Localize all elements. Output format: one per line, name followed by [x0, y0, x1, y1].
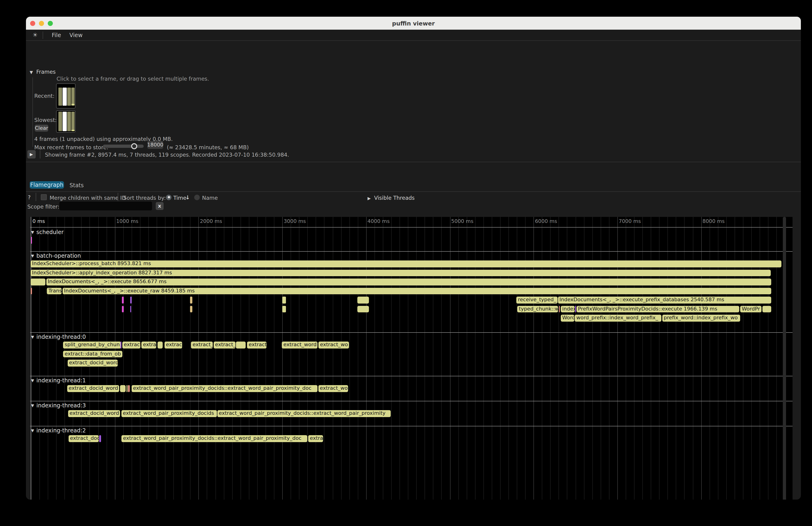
- frame-bar-selected[interactable]: [62, 88, 67, 106]
- close-button[interactable]: [30, 20, 35, 26]
- max-frames-slider[interactable]: [103, 145, 144, 148]
- scope-filter-input[interactable]: [59, 202, 152, 210]
- scope-bar[interactable]: extract_doc: [68, 435, 99, 442]
- frame-bar[interactable]: [58, 88, 62, 106]
- menu-view[interactable]: View: [66, 32, 87, 38]
- frame-bar[interactable]: [71, 112, 75, 131]
- scope-bar[interactable]: index: [561, 306, 575, 312]
- scope-bar[interactable]: extract_wo: [318, 341, 349, 348]
- thread-header[interactable]: ▼indexing-thread:3: [31, 402, 86, 409]
- scope-bar[interactable]: [282, 296, 286, 303]
- visible-threads-header[interactable]: ▶ Visible Threads: [367, 195, 415, 201]
- scope-bar[interactable]: receive_typed_: [516, 296, 557, 303]
- scope-bar[interactable]: extract_word_pair_proximity_docids::extr…: [217, 410, 391, 417]
- scope-bar[interactable]: [575, 306, 576, 312]
- scope-bar[interactable]: extrac: [308, 435, 323, 442]
- scope-bar[interactable]: extract_wo: [318, 385, 348, 392]
- scope-bar[interactable]: Trans: [47, 288, 62, 294]
- frame-bar[interactable]: [67, 88, 71, 106]
- scope-bar[interactable]: [357, 296, 369, 303]
- scope-bar[interactable]: extract_docid_word: [67, 385, 119, 392]
- scope-bar[interactable]: [120, 385, 126, 392]
- sort-name-radio[interactable]: [194, 194, 200, 200]
- scope-bar[interactable]: [120, 341, 121, 348]
- scope-bar[interactable]: [559, 306, 560, 312]
- scope-bar[interactable]: [236, 341, 246, 348]
- scope-bar[interactable]: split_grenad_by_chun: [63, 341, 121, 348]
- menu-file[interactable]: File: [47, 32, 65, 38]
- scope-bar[interactable]: IndexScheduler>::process_batch 8953.821 …: [30, 261, 781, 267]
- merge-children-checkbox[interactable]: [41, 194, 47, 200]
- clear-button[interactable]: Clear: [35, 125, 48, 132]
- minimize-button[interactable]: [39, 20, 44, 26]
- scope-bar[interactable]: [30, 279, 45, 285]
- sort-time-label[interactable]: Time: [173, 195, 186, 201]
- frame-bar[interactable]: [58, 112, 62, 131]
- help-button[interactable]: ?: [28, 194, 31, 201]
- frame-bar[interactable]: [71, 88, 75, 106]
- thread-header[interactable]: ▼indexing-thread:0: [31, 334, 86, 340]
- clear-filter-button[interactable]: x: [156, 202, 163, 210]
- flamegraph-canvas[interactable]: 0 ms0 ms1000 ms1000 ms2000 ms2000 ms3000…: [30, 217, 793, 500]
- scope-bar[interactable]: [128, 385, 130, 392]
- frame-bar[interactable]: [67, 112, 71, 131]
- tab-flamegraph[interactable]: Flamegraph: [30, 181, 64, 188]
- scope-bar[interactable]: IndexDocuments<_, _>::execute_raw 8459.1…: [62, 288, 771, 294]
- thread-header[interactable]: ▼scheduler: [31, 229, 64, 235]
- scope-bar[interactable]: [30, 288, 32, 294]
- scope-bar[interactable]: extract_word_pair_proximity_docids::extr…: [121, 435, 307, 442]
- sort-name-label[interactable]: Name: [202, 195, 218, 201]
- scope-bar[interactable]: [122, 306, 124, 312]
- scope-bar[interactable]: extract_: [191, 341, 213, 348]
- scope-bar[interactable]: extract_docid_word: [68, 410, 120, 417]
- scope-bar[interactable]: IndexScheduler>::apply_index_operation 8…: [30, 269, 771, 276]
- play-button[interactable]: ▶: [27, 150, 35, 159]
- zoom-button[interactable]: [48, 20, 53, 26]
- sort-time-radio[interactable]: [166, 194, 172, 200]
- theme-toggle-icon[interactable]: ☀: [32, 31, 38, 39]
- scope-bar[interactable]: IndexDocuments<_, _>::execute 8656.677 m…: [46, 279, 771, 285]
- scope-bar[interactable]: Word: [561, 315, 574, 321]
- scope-bar[interactable]: [31, 237, 32, 244]
- scope-bar[interactable]: extrac: [164, 341, 182, 348]
- scope-bar[interactable]: extract_word_pair_proximity_docids::extr…: [131, 385, 317, 392]
- scope-bar[interactable]: prefix_word::index_prefix_wo: [662, 315, 740, 321]
- scope-bar[interactable]: [357, 306, 369, 312]
- slowest-frames-thumbnail[interactable]: [56, 110, 75, 133]
- scope-bar[interactable]: extract: [247, 341, 266, 348]
- scope-bar[interactable]: IndexDocuments<_, _>::execute_prefix_dat…: [558, 296, 771, 303]
- merge-children-label[interactable]: Merge children with same ID: [49, 195, 126, 201]
- scope-bar[interactable]: word_prefix::index_word_prefix_: [575, 315, 661, 321]
- scope-bar[interactable]: typed_chunk::w: [517, 306, 558, 312]
- frame-bar-selected[interactable]: [62, 112, 67, 131]
- scope-bar[interactable]: extract_docid_word: [68, 360, 118, 366]
- sort-direction-arrow-icon[interactable]: ↓: [185, 194, 190, 201]
- scope-bar[interactable]: [158, 341, 163, 348]
- scope-bar[interactable]: extract: [122, 341, 141, 348]
- scope-bar[interactable]: [190, 306, 192, 312]
- scope-bar[interactable]: extract::data_from_ob: [63, 351, 122, 357]
- scrollbar[interactable]: [783, 217, 786, 500]
- scope-bar[interactable]: [130, 306, 131, 312]
- thread-header[interactable]: ▼indexing-thread:2: [31, 427, 86, 434]
- recent-frames-thumbnail[interactable]: [56, 84, 75, 108]
- tab-stats[interactable]: Stats: [70, 182, 84, 189]
- scope-bar[interactable]: [127, 385, 128, 392]
- thread-header[interactable]: ▼batch-operation: [31, 252, 81, 259]
- slider-knob[interactable]: [131, 143, 137, 149]
- scope-bar[interactable]: [282, 306, 286, 312]
- scope-bar[interactable]: [99, 435, 101, 442]
- thread-header[interactable]: ▼indexing-thread:1: [31, 377, 86, 384]
- scope-bar[interactable]: extra: [141, 341, 156, 348]
- scope-bar[interactable]: WordPr: [740, 306, 762, 312]
- max-frames-value[interactable]: 18000: [147, 141, 163, 149]
- scope-bar[interactable]: extract_word_pair_proximity_docids: [121, 410, 217, 417]
- scope-bar[interactable]: [190, 296, 192, 303]
- scope-bar[interactable]: extract_word: [282, 341, 317, 348]
- scope-bar[interactable]: [122, 296, 124, 303]
- scope-bar[interactable]: [130, 296, 132, 303]
- scope-bar[interactable]: extract_: [214, 341, 235, 348]
- scope-bar[interactable]: PrefixWordPairsProximityDocids::execute …: [576, 306, 739, 312]
- frames-section-header[interactable]: ▼ Frames: [30, 69, 56, 75]
- scope-bar[interactable]: [763, 306, 771, 312]
